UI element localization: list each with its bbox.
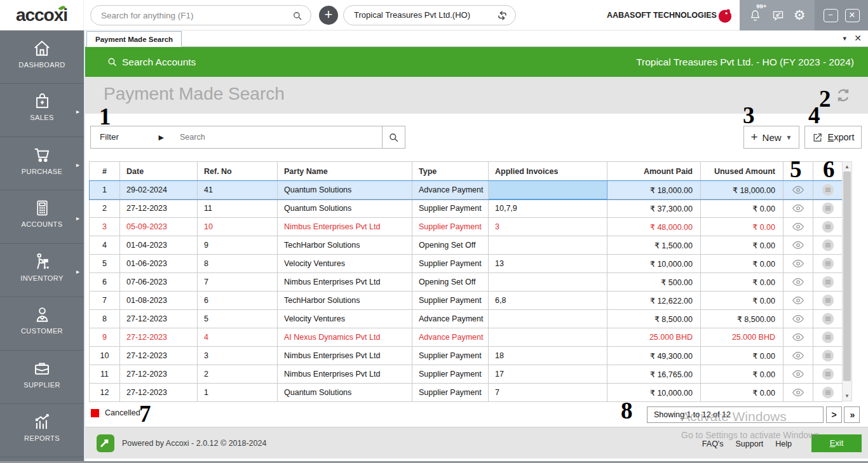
scroll-up-icon[interactable]: ▲ [843,164,851,170]
table-row[interactable]: 305-09-202310Nimbus Enterprises Pvt LtdS… [90,218,843,236]
table-row[interactable]: 129-02-202441Quantum SolutionsAdvance Pa… [90,181,843,199]
view-icon[interactable] [792,240,804,250]
cell-unused-amount: ₹ 0.00 [701,347,783,365]
view-icon[interactable] [792,277,804,287]
scroll-down-icon[interactable]: ▼ [843,393,851,399]
sidebar-item-supplier[interactable]: SUPPLIER [0,351,84,404]
sidebar-item-customer[interactable]: CUSTOMER [0,297,84,351]
table-row[interactable]: 501-06-20238Velocity VenturesSupplier Pa… [90,255,843,273]
col-header-applied[interactable]: Applied Invoices [489,162,607,181]
table-row[interactable]: 607-06-20237Nimbus Enterprises Pvt LtdOp… [90,273,843,292]
row-menu-icon[interactable] [821,183,835,197]
view-icon[interactable] [792,314,804,324]
col-header-refno[interactable]: Ref. No [198,162,278,181]
row-menu-icon[interactable] [821,293,835,307]
row-menu-icon[interactable] [821,330,835,344]
table-search-input[interactable] [172,126,382,148]
cell-refno: 41 [198,181,278,199]
exit-button[interactable]: Exit [811,434,862,452]
tab-list-caret-icon[interactable]: ▾ [843,34,846,43]
sidebar-item-sales[interactable]: SALES▸ [0,84,84,137]
col-header-unused[interactable]: Unused Amount [701,162,783,181]
table-row[interactable]: 1027-12-20233Nimbus Enterprises Pvt LtdS… [90,347,843,365]
table-row[interactable]: 827-12-20235Velocity VenturesAdvance Pay… [90,310,843,328]
tab-payment-made-search[interactable]: Payment Made Search [86,31,182,47]
cell-applied-invoices: 3 [489,218,607,236]
cell-applied-invoices [489,273,607,292]
row-menu-icon[interactable] [821,312,835,326]
row-menu-icon[interactable] [821,349,835,363]
view-icon[interactable] [792,332,804,342]
table-scrollbar[interactable]: ▲ ▼ [842,161,852,401]
view-icon[interactable] [792,369,804,379]
help-link[interactable]: Help [775,440,792,448]
row-menu-icon[interactable] [821,201,835,215]
table-row[interactable]: 927-12-20234AI Nexus Dynamics Pvt LtdAdv… [90,328,843,347]
banner-company-fy: Tropical Treasures Pvt Ltd. - HO (FY 202… [636,47,854,77]
row-menu-icon[interactable] [821,275,835,289]
row-menu-icon[interactable] [821,367,835,381]
faqs-link[interactable]: FAQ's [702,440,724,448]
minimize-button[interactable]: − [824,9,838,22]
organization-avatar[interactable] [717,7,734,24]
refresh-icon[interactable] [835,87,851,104]
view-icon[interactable] [792,258,804,269]
messages-button[interactable] [771,9,785,22]
home-icon [0,39,84,58]
notifications-button[interactable]: 99+ [749,8,762,22]
col-header-date[interactable]: Date [120,162,198,181]
col-header-party[interactable]: Party Name [278,162,412,181]
row-menu-icon[interactable] [821,220,835,234]
tab-close-icon[interactable]: ✕ [854,33,862,43]
table-row[interactable]: 401-04-20239TechHarbor SolutionsOpening … [90,236,843,255]
cell-refno: 7 [198,273,278,292]
cancelled-legend-label: Cancelled [105,408,140,417]
view-icon[interactable] [792,295,804,305]
table-row[interactable]: 1127-12-20232Nimbus Enterprises Pvt LtdS… [90,365,843,384]
table-row[interactable]: 701-08-20236TechHarbor SolutionsSupplier… [90,292,843,310]
global-search-input[interactable] [101,6,285,24]
cell-date: 05-09-2023 [120,218,198,236]
close-button[interactable]: ✕ [845,9,860,22]
cell-index: 7 [90,292,120,310]
sidebar-item-purchase[interactable]: PURCHASE▸ [0,137,84,191]
sidebar-item-dashboard[interactable]: DASHBOARD [0,30,84,84]
sidebar-item-reports[interactable]: REPORTS [0,404,84,457]
company-selector-label: Tropical Treasures Pvt Ltd.(HO) [354,10,470,20]
col-header-paid[interactable]: Amount Paid [607,162,701,181]
row-menu-icon[interactable] [821,386,835,399]
company-selector[interactable]: Tropical Treasures Pvt Ltd.(HO) [343,5,516,25]
view-icon[interactable] [792,387,804,398]
sidebar-item-label: CUSTOMER [0,327,84,335]
view-icon[interactable] [792,351,804,361]
cell-refno: 6 [198,292,278,310]
new-button[interactable]: + New ▼ [743,126,799,149]
quick-add-button[interactable]: + [319,6,338,25]
cell-applied-invoices: 7 [489,384,607,402]
row-menu-icon[interactable] [821,238,835,252]
view-icon[interactable] [792,185,804,195]
table-search-button[interactable] [382,126,405,149]
col-header-type[interactable]: Type [412,162,489,181]
view-icon[interactable] [792,203,804,213]
filter-dropdown[interactable]: Filter ▶ [90,126,173,149]
pagination-last-button[interactable]: » [844,406,860,423]
pagination-next-button[interactable]: > [826,406,842,423]
organization-menu[interactable]: AABASOFT TECHNOLOGIES ▸ [607,0,726,30]
sidebar-item-inventory[interactable]: INVENTORY▸ [0,244,84,297]
support-link[interactable]: Support [736,440,764,448]
col-header-index[interactable]: # [90,162,120,181]
export-button[interactable]: Export [804,126,862,149]
sidebar-item-accounts[interactable]: ACCOUNTS▸ [0,191,84,244]
search-icon[interactable] [292,10,303,22]
scrollbar-thumb[interactable] [843,171,851,381]
view-icon[interactable] [792,222,804,232]
table-row[interactable]: 1227-12-20231Quantum SolutionsSupplier P… [90,384,843,402]
cell-unused-amount: ₹ 8,500.00 [701,310,783,328]
switch-company-icon[interactable] [496,10,508,22]
table-row[interactable]: 227-12-202311Quantum SolutionsSupplier P… [90,199,843,218]
cell-unused-amount: ₹ 0.00 [701,218,783,236]
row-menu-icon[interactable] [821,257,835,271]
global-search [90,5,311,25]
settings-button[interactable]: ⚙ [794,8,806,22]
